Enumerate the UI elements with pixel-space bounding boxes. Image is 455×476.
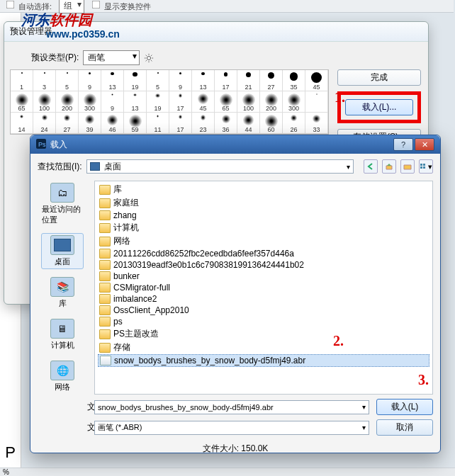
brush-swatch[interactable]: 45 — [305, 70, 328, 91]
brush-swatch[interactable]: 60 — [260, 113, 283, 134]
done-button[interactable]: 完成 — [337, 69, 421, 86]
folder-icon — [99, 343, 111, 353]
brush-swatch[interactable]: 1 — [11, 70, 33, 91]
filetype-field[interactable]: 画笔 (*.ABR)▾ — [94, 421, 369, 435]
brush-swatch[interactable]: 65 — [11, 91, 33, 113]
folder-icon — [99, 317, 111, 327]
place-recent[interactable]: 🗂最近访问的位置 — [41, 181, 84, 227]
preset-type-select[interactable]: 画笔 — [83, 50, 140, 65]
brush-swatch[interactable]: 65 — [215, 91, 237, 113]
brush-swatch[interactable]: 5 — [56, 70, 79, 91]
folder-icon — [99, 185, 111, 195]
brush-swatch[interactable]: 9 — [169, 70, 192, 91]
brush-swatch[interactable]: 300 — [79, 91, 101, 113]
brush-swatch[interactable]: 44 — [237, 113, 260, 134]
file-item[interactable]: bunker — [98, 271, 429, 282]
folder-icon — [99, 294, 111, 304]
brush-swatch[interactable]: 3 — [33, 70, 56, 91]
brush-swatch[interactable]: 21 — [237, 70, 260, 91]
gear-icon[interactable] — [144, 53, 154, 63]
lookup-label: 查找范围(I): — [38, 161, 82, 173]
filename-field[interactable]: snow_bodys_brushes_by_snow_body-d5fmj49.… — [94, 400, 369, 414]
svg-rect-4 — [423, 164, 425, 166]
close-button[interactable]: ✕ — [415, 138, 434, 151]
file-item[interactable]: 家庭组 — [98, 196, 429, 210]
brush-swatch[interactable]: 100 — [33, 91, 56, 113]
brush-swatch[interactable]: 27 — [260, 70, 283, 91]
brush-swatch[interactable]: 59 — [124, 113, 147, 134]
brush-swatch[interactable]: 36 — [215, 113, 237, 134]
view-menu-icon[interactable]: ▾ — [419, 159, 433, 174]
svg-rect-3 — [420, 164, 422, 166]
help-button[interactable]: ? — [393, 138, 413, 151]
svg-point-0 — [147, 56, 151, 60]
folder-icon — [99, 305, 111, 315]
brush-swatch[interactable]: 11 — [147, 113, 169, 134]
dialog-titlebar[interactable]: Ps 载入 ? ✕ — [30, 135, 440, 154]
brush-swatch[interactable]: 5 — [147, 70, 169, 91]
brush-swatch[interactable]: 17 — [169, 113, 192, 134]
file-list[interactable]: 库家庭组zhang计算机网络20111226cdd86252fbc2ecedbd… — [94, 181, 433, 395]
file-item[interactable]: 20111226cdd86252fbc2ecedbda6feef357d446a — [98, 248, 429, 259]
file-item[interactable]: 20130319eadf3e0b1c6c790838199136424441b0… — [98, 259, 429, 271]
show-transform-checkbox[interactable]: 显示变换控件 — [91, 0, 151, 12]
brush-swatch[interactable] — [305, 91, 328, 113]
brush-swatch[interactable]: 35 — [283, 70, 305, 91]
annotation-1: 1. — [335, 89, 345, 106]
brush-swatch[interactable]: 19 — [147, 91, 169, 113]
file-item[interactable]: 存储 — [98, 341, 429, 354]
brush-swatch[interactable]: 17 — [215, 70, 237, 91]
brush-swatch[interactable]: 24 — [33, 113, 56, 134]
folder-icon — [100, 356, 111, 366]
file-item[interactable]: 库 — [98, 183, 429, 196]
brush-swatch[interactable]: 200 — [260, 91, 283, 113]
brush-swatch[interactable]: 100 — [237, 91, 260, 113]
brush-swatch[interactable]: 19 — [124, 70, 147, 91]
folder-icon — [99, 210, 111, 220]
place-desktop[interactable]: 桌面 — [41, 233, 84, 269]
brush-swatch[interactable]: 33 — [305, 113, 328, 134]
brush-swatch[interactable]: 13 — [101, 70, 124, 91]
file-item[interactable]: 计算机 — [98, 221, 429, 234]
brush-swatch[interactable]: 39 — [79, 113, 101, 134]
brush-swatch[interactable]: 300 — [283, 91, 305, 113]
svg-text:Ps: Ps — [38, 141, 46, 148]
dialog-cancel-button[interactable]: 取消 — [376, 419, 433, 436]
filesize-text: 文件大小: 150.0K — [38, 440, 433, 455]
brush-swatch[interactable]: 13 — [192, 70, 215, 91]
file-item[interactable]: ps — [98, 316, 429, 327]
place-computer[interactable]: 🖥计算机 — [41, 317, 84, 353]
load-button[interactable]: 载入(L)... — [345, 99, 413, 115]
preset-type-label: 预设类型(P): — [31, 52, 79, 64]
folder-icon — [99, 260, 111, 270]
file-item[interactable]: zhang — [98, 210, 429, 221]
brush-swatch-grid[interactable]: 1359131959131721273545651002003009131917… — [10, 69, 329, 135]
file-item[interactable]: imbalance2 — [98, 293, 429, 305]
file-item[interactable]: PS主题改造 — [98, 327, 429, 341]
new-folder-icon[interactable] — [400, 159, 415, 174]
file-item[interactable]: snow_bodys_brushes_by_snow_body-d5fmj49.… — [98, 354, 429, 367]
brush-swatch[interactable]: 26 — [283, 113, 305, 134]
lookup-combo[interactable]: 桌面 ▾ — [86, 159, 354, 174]
brush-swatch[interactable]: 14 — [11, 113, 33, 134]
brush-swatch[interactable]: 27 — [56, 113, 79, 134]
back-icon[interactable] — [364, 159, 378, 174]
dialog-load-button[interactable]: 载入(L) — [376, 399, 433, 415]
place-network[interactable]: 🌐网络 — [41, 358, 84, 395]
up-icon[interactable] — [382, 159, 396, 174]
brush-swatch[interactable]: 200 — [56, 91, 79, 113]
brush-swatch[interactable]: 9 — [101, 91, 124, 113]
brush-swatch[interactable]: 9 — [79, 70, 101, 91]
folder-icon — [99, 237, 111, 246]
brush-swatch[interactable]: 45 — [192, 91, 215, 113]
brush-swatch[interactable]: 46 — [101, 113, 124, 134]
place-libraries[interactable]: 📚库 — [41, 275, 84, 311]
file-item[interactable]: OssClient_App2010 — [98, 305, 429, 316]
folder-icon — [99, 223, 111, 233]
folder-icon — [99, 249, 111, 259]
brush-swatch[interactable]: 13 — [124, 91, 147, 113]
brush-swatch[interactable]: 17 — [169, 91, 192, 113]
file-item[interactable]: CSMigrator-full — [98, 282, 429, 293]
brush-swatch[interactable]: 23 — [192, 113, 215, 134]
file-item[interactable]: 网络 — [98, 234, 429, 248]
